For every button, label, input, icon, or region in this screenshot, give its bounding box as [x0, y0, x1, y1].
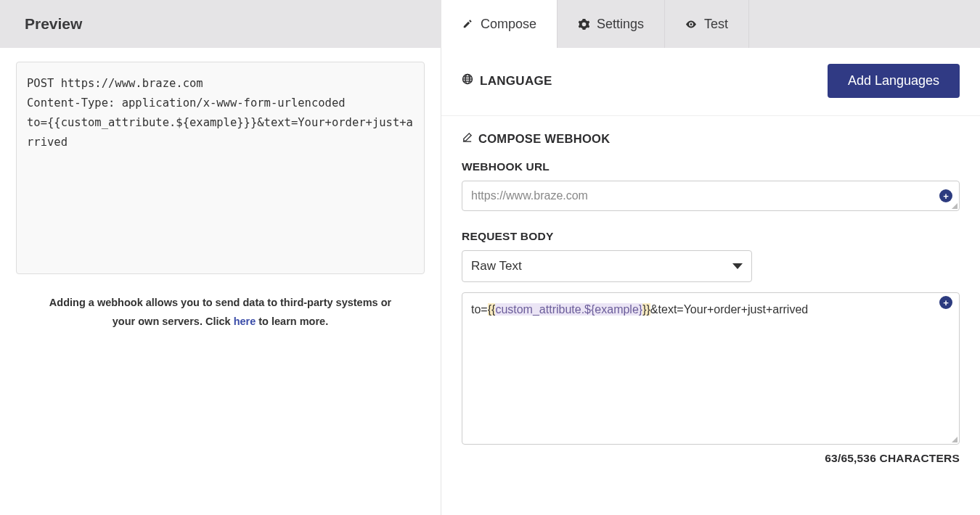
body-type-select-wrap: Raw Text: [462, 250, 752, 282]
compose-heading: COMPOSE WEBHOOK: [462, 132, 960, 146]
edit-icon: [462, 132, 473, 146]
tab-settings-label: Settings: [597, 17, 644, 32]
body-add-personalization-button[interactable]: +: [939, 296, 952, 309]
body-template-inner: custom_attribute.${example}: [495, 303, 642, 316]
preview-panel: Preview POST https://www.braze.com Conte…: [0, 0, 441, 515]
body-type-select[interactable]: Raw Text: [462, 250, 752, 282]
language-row: LANGUAGE Add Languages: [441, 48, 980, 116]
chevron-down-icon: [732, 263, 743, 269]
help-text-after: to learn more.: [256, 316, 328, 327]
compose-section: COMPOSE WEBHOOK WEBHOOK URL + REQUEST BO…: [441, 116, 980, 481]
body-template-close: }}: [642, 303, 650, 316]
url-add-personalization-button[interactable]: +: [939, 189, 952, 202]
tab-test-label: Test: [704, 17, 728, 32]
webhook-url-label: WEBHOOK URL: [462, 160, 960, 173]
pencil-icon: [462, 18, 473, 30]
webhook-url-input[interactable]: [462, 181, 960, 211]
body-text-pre: to=: [471, 303, 488, 316]
preview-help-text: Adding a webhook allows you to send data…: [16, 293, 425, 331]
body-text-post: &text=Your+order+just+arrived: [650, 303, 808, 316]
body-type-selected: Raw Text: [471, 259, 522, 273]
character-count: 63/65,536 CHARACTERS: [462, 452, 960, 465]
language-label-text: LANGUAGE: [480, 74, 552, 88]
globe-icon: [462, 73, 473, 88]
tab-test[interactable]: Test: [665, 0, 749, 48]
gear-icon: [578, 18, 589, 30]
help-text-before: Adding a webhook allows you to send data…: [49, 297, 391, 327]
add-languages-button[interactable]: Add Languages: [828, 64, 960, 98]
request-body-wrap: to={{custom_attribute.${example}}}&text=…: [462, 292, 960, 445]
body-template-open: {{: [488, 303, 496, 316]
request-body-input[interactable]: to={{custom_attribute.${example}}}&text=…: [462, 292, 960, 445]
webhook-url-wrap: +: [462, 181, 960, 211]
eye-icon: [685, 18, 697, 30]
compose-heading-text: COMPOSE WEBHOOK: [478, 132, 610, 146]
editor-tabs: Compose Settings Test: [441, 0, 980, 48]
preview-code-box: POST https://www.braze.com Content-Type:…: [16, 62, 425, 274]
tab-compose-label: Compose: [481, 17, 536, 32]
preview-header: Preview: [0, 0, 441, 48]
preview-body: POST https://www.braze.com Content-Type:…: [0, 48, 441, 345]
preview-title: Preview: [0, 15, 82, 33]
tab-settings[interactable]: Settings: [558, 0, 665, 48]
tab-compose[interactable]: Compose: [441, 0, 558, 48]
learn-more-link[interactable]: here: [234, 316, 256, 327]
language-label: LANGUAGE: [462, 73, 552, 88]
editor-panel: Compose Settings Test: [441, 0, 980, 515]
request-body-label: REQUEST BODY: [462, 230, 960, 243]
